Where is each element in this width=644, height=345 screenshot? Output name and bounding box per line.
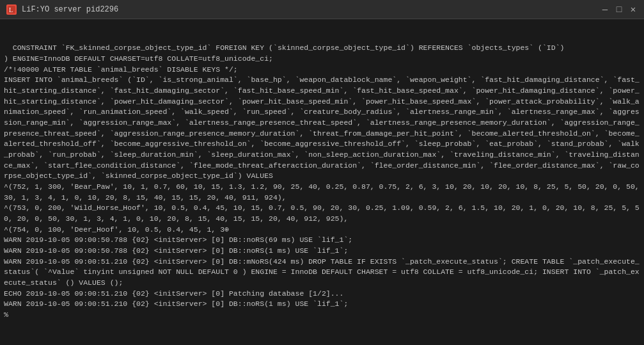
minimize-button[interactable]: — [601, 5, 609, 14]
terminal-line: ECHO 2019-10-05 09:00:51.210 {02} <initS… [4, 289, 640, 300]
terminal-line: WARN 2019-10-05 09:00:51.210 {02} <initS… [4, 299, 640, 310]
terminal-line: ^(752, 1, 300, 'Bear_Paw', 10, 1, 0.7, 6… [4, 182, 640, 203]
title-bar: L LiF:YO server pid2296 — □ ✕ [0, 0, 644, 19]
svg-text:L: L [9, 6, 13, 13]
terminal-line: WARN 2019-10-05 09:00:51.210 {02} <initS… [4, 257, 640, 289]
terminal-line: WARN 2019-10-05 09:00:50.788 {02} <initS… [4, 235, 640, 246]
close-button[interactable]: ✕ [629, 5, 638, 14]
app-icon: L [6, 4, 17, 15]
maximize-button[interactable]: □ [615, 5, 624, 14]
window-controls: — □ ✕ [601, 5, 638, 14]
window-title: LiF:YO server pid2296 [22, 5, 601, 14]
terminal-line: ) ENGINE=InnoDB DEFAULT CHARSET=utf8 COL… [4, 54, 640, 65]
terminal-line: ^(753, 0, 200, 'Wild_Horse_Hoof', 10, 0.… [4, 203, 640, 224]
terminal-output[interactable]: CONSTRAINT `FK_skinned_corpse_object_typ… [0, 19, 644, 345]
terminal-line: INSERT INTO `animal_breeds` (`ID`, `is_s… [4, 75, 640, 182]
terminal-line: CONSTRAINT `FK_skinned_corpse_object_typ… [4, 43, 640, 54]
terminal-line: /*!40000 ALTER TABLE `animal_breeds` DIS… [4, 65, 640, 76]
terminal-line: WARN 2019-10-05 09:00:50.788 {02} <initS… [4, 246, 640, 257]
terminal-line: % [4, 310, 640, 321]
terminal-line: ^(754, 0, 100, 'Deer_Hoof', 10, 0.5, 0.4… [4, 225, 640, 236]
terminal-window: L LiF:YO server pid2296 — □ ✕ CONSTRAINT… [0, 0, 644, 345]
